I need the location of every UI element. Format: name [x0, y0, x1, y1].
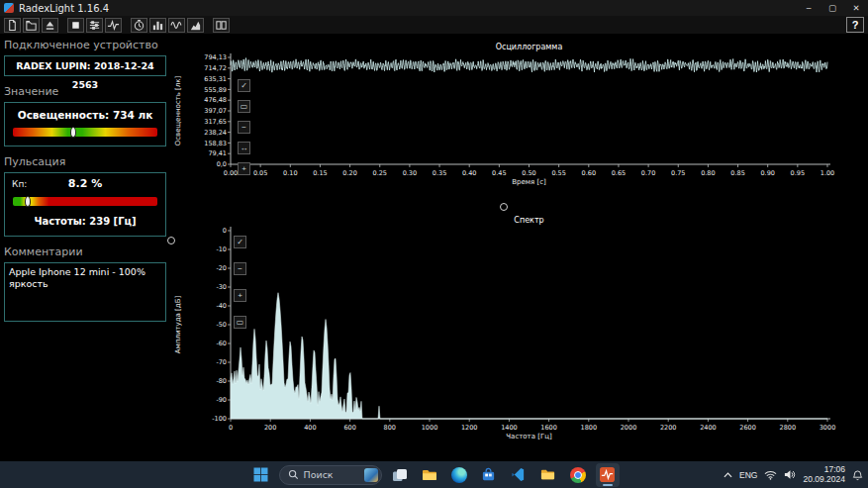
illuminance-box: Освещенность: 734 лк [4, 102, 166, 146]
notifications-button[interactable] [852, 469, 863, 481]
close-button[interactable]: ✕ [844, 0, 868, 16]
svg-text:2000: 2000 [621, 424, 637, 432]
tray-date: 20.09.2024 [803, 475, 845, 485]
illuminance-scale [13, 128, 157, 137]
spec-zoom-in-button[interactable]: + [234, 289, 246, 302]
illuminance-gradient-bar [13, 128, 157, 137]
osc-zoom-in-button[interactable]: + [238, 162, 250, 175]
radexlight-icon [600, 467, 615, 482]
taskbar-search[interactable]: Поиск [279, 465, 382, 485]
svg-text:1.00: 1.00 [820, 169, 834, 177]
histogram-view-button[interactable] [149, 18, 166, 33]
minimize-button[interactable]: – [797, 0, 820, 16]
edge-button[interactable] [447, 463, 471, 487]
svg-text:0.30: 0.30 [403, 169, 417, 177]
file-explorer-icon [422, 467, 437, 483]
osc-pan-button[interactable]: ↔ [238, 142, 250, 154]
windows-logo-icon [253, 467, 268, 482]
svg-text:1400: 1400 [501, 424, 518, 432]
clock-icon [133, 19, 145, 32]
taskbar: Поиск [0, 461, 868, 488]
task-view-button[interactable] [388, 463, 412, 487]
sliders-icon [88, 19, 101, 32]
taskbar-clock[interactable]: 17:06 20.09.2024 [803, 465, 845, 484]
spec-zoom-out-button[interactable]: − [234, 262, 246, 275]
export-button[interactable] [42, 18, 58, 33]
document-icon [6, 19, 19, 32]
chart-splitter-handle[interactable] [500, 203, 508, 211]
sidebar: Подключенное устройство RADEX LUPIN: 201… [0, 34, 170, 461]
svg-text:200: 200 [264, 424, 276, 432]
svg-text:0.20: 0.20 [342, 169, 356, 177]
tray-chevron-button[interactable] [723, 472, 732, 478]
svg-text:79,41: 79,41 [208, 149, 227, 157]
app-window: RadexLight 1.16.4 – ▢ ✕ [0, 0, 868, 488]
svg-text:0.00: 0.00 [224, 169, 238, 177]
settings-button[interactable] [86, 18, 103, 33]
comments-heading: Комментарии [4, 245, 166, 258]
spectrum-plot: 0-10-20-30-40-50-60-70-80-90-10002004006… [174, 216, 835, 440]
comment-input[interactable]: Apple Iphone 12 mini - 100% яркость [4, 262, 166, 322]
charts-canvas[interactable]: 794,13714,72635,31555,89476,48397,07317,… [170, 34, 868, 461]
spectrum-toolbar: ✓ − + ▭ [234, 236, 246, 329]
chrome-button[interactable] [566, 463, 590, 487]
svg-text:Амплитуда [дБ]: Амплитуда [дБ] [174, 296, 182, 354]
help-button[interactable]: ? [846, 17, 864, 33]
timer-mode-button[interactable] [131, 18, 147, 33]
pulsation-box: Кп: 8.2 % Частоты: 239 [Гц] [4, 172, 166, 237]
pulse-mode-button[interactable] [105, 18, 122, 33]
svg-text:1000: 1000 [422, 424, 438, 432]
svg-text:0.65: 0.65 [612, 169, 626, 177]
svg-text:0.10: 0.10 [283, 169, 297, 177]
svg-text:238,24: 238,24 [204, 129, 227, 137]
osc-select-button[interactable]: ✓ [238, 79, 250, 92]
folder-app-button[interactable] [536, 463, 560, 487]
system-tray: ENG 17:06 20.09.2024 [723, 461, 863, 488]
spec-select-button[interactable]: ✓ [234, 236, 246, 248]
svg-text:0.85: 0.85 [730, 169, 744, 177]
illuminance-value: Освещенность: 734 лк [11, 109, 159, 121]
waveform-icon [170, 19, 183, 32]
svg-text:0.90: 0.90 [760, 169, 774, 177]
svg-text:0.80: 0.80 [701, 169, 715, 177]
store-button[interactable] [477, 463, 501, 487]
start-button[interactable] [249, 463, 273, 487]
svg-text:Время [с]: Время [с] [512, 178, 546, 186]
bell-icon [852, 469, 863, 481]
svg-text:-20: -20 [216, 264, 227, 272]
svg-text:Спектр: Спектр [514, 216, 543, 225]
spec-frame-button[interactable]: ▭ [234, 316, 246, 329]
volume-button[interactable] [784, 469, 796, 480]
stop-measure-button[interactable] [67, 18, 84, 33]
osc-frame-button[interactable]: ▭ [238, 100, 250, 113]
svg-text:400: 400 [304, 424, 316, 432]
chrome-icon [570, 467, 586, 483]
oscillogram-view-button[interactable] [168, 18, 185, 33]
svg-text:3000: 3000 [820, 424, 836, 432]
file-explorer-button[interactable] [418, 463, 441, 487]
svg-text:Частота [Гц]: Частота [Гц] [506, 433, 552, 440]
svg-text:0.50: 0.50 [522, 169, 535, 177]
osc-zoom-out-button[interactable]: − [238, 121, 250, 134]
language-indicator[interactable]: ENG [739, 470, 757, 480]
code-app-button[interactable] [507, 463, 530, 487]
svg-text:555,89: 555,89 [204, 86, 227, 94]
oscillogram-plot: 794,13714,72635,31555,89476,48397,07317,… [174, 43, 834, 186]
columns-icon [215, 19, 228, 32]
maximize-button[interactable]: ▢ [820, 0, 844, 16]
charts-area: 794,13714,72635,31555,89476,48397,07317,… [170, 34, 868, 461]
svg-text:0.35: 0.35 [433, 169, 446, 177]
svg-text:800: 800 [384, 424, 396, 432]
panel-splitter-handle[interactable] [167, 237, 175, 244]
wifi-button[interactable] [764, 470, 777, 480]
spectrum-view-button[interactable] [187, 18, 204, 33]
pulse-icon [107, 19, 120, 32]
split-view-button[interactable] [213, 18, 230, 33]
kp-value: 8.2 % [11, 177, 159, 190]
svg-text:0.45: 0.45 [492, 169, 506, 177]
open-report-button[interactable] [4, 18, 21, 33]
svg-text:600: 600 [343, 424, 355, 432]
radexlight-taskbar-button[interactable] [596, 463, 620, 487]
open-file-button[interactable] [23, 18, 40, 33]
search-placeholder: Поиск [304, 469, 359, 480]
